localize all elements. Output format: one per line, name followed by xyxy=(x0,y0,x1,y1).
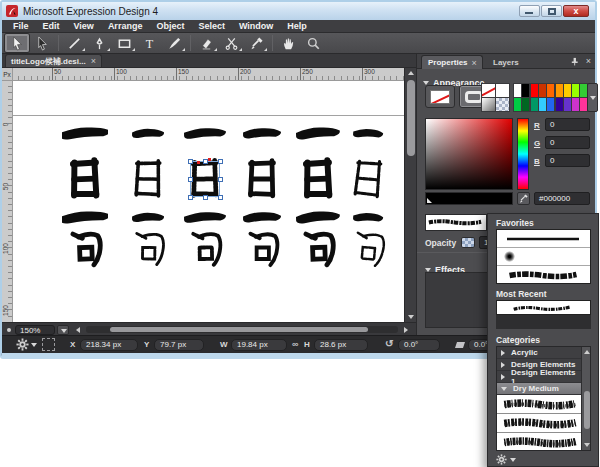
titlebar[interactable]: Microsoft Expression Design 4 x xyxy=(2,2,595,20)
selection-handle[interactable] xyxy=(188,177,193,182)
glyph-r3c4[interactable] xyxy=(295,226,341,272)
gear-icon[interactable] xyxy=(16,338,29,351)
horizontal-scrollbar[interactable] xyxy=(86,326,398,333)
swatch-transparent[interactable] xyxy=(495,97,510,112)
zoom-dropdown-button[interactable] xyxy=(57,325,69,335)
rotate-icon[interactable]: ↺ xyxy=(385,338,393,350)
selection-handle[interactable] xyxy=(218,159,223,164)
swatch-white[interactable] xyxy=(495,83,510,98)
hue-slider[interactable] xyxy=(517,118,529,190)
menu-object[interactable]: Object xyxy=(149,20,191,33)
menu-file[interactable]: File xyxy=(6,20,36,33)
swatch-gradient[interactable] xyxy=(481,97,496,112)
x-position-field[interactable]: 218.34 px xyxy=(80,339,138,351)
stroke-style-preview[interactable] xyxy=(425,214,487,231)
gear-dropdown-icon[interactable] xyxy=(31,343,37,347)
tab-layers[interactable]: Layers xyxy=(487,55,531,69)
selection-handle[interactable] xyxy=(188,159,193,164)
categories-scrollbar[interactable] xyxy=(581,347,590,450)
scroll-right-icon[interactable] xyxy=(404,327,408,333)
minimize-button[interactable] xyxy=(519,5,540,17)
rgb-value-field[interactable]: 0 xyxy=(545,154,590,167)
zoom-tool[interactable] xyxy=(301,34,325,52)
recent-brush-item[interactable] xyxy=(497,301,590,315)
favorite-brush-rough-stroke[interactable] xyxy=(497,266,590,284)
width-field[interactable]: 19.84 px xyxy=(231,339,287,351)
glyph-r3c1[interactable] xyxy=(125,226,171,272)
scroll-down-icon[interactable] xyxy=(408,315,414,319)
glyph-r0c4[interactable] xyxy=(295,112,341,158)
scroll-up-icon[interactable] xyxy=(408,71,414,75)
recent-brush-item-selected[interactable] xyxy=(496,315,591,329)
y-position-field[interactable]: 79.7 px xyxy=(154,339,204,351)
close-button[interactable]: x xyxy=(563,5,589,17)
menu-select[interactable]: Select xyxy=(191,20,232,33)
vertical-scroll-thumb[interactable] xyxy=(407,80,415,156)
category-design-elements-1[interactable]: Design Elements 1 xyxy=(497,371,582,383)
canvas[interactable] xyxy=(13,81,404,322)
height-field[interactable]: 28.6 px xyxy=(314,339,368,351)
tab-close-icon[interactable] xyxy=(472,59,477,67)
glyph-r0c3[interactable] xyxy=(239,112,285,158)
selection-handle[interactable] xyxy=(203,195,208,200)
dry-medium-brush-1[interactable] xyxy=(497,395,582,414)
chevron-right-icon[interactable] xyxy=(501,374,505,380)
link-dimensions-icon[interactable]: ∞ xyxy=(292,339,298,349)
chevron-right-icon[interactable] xyxy=(501,350,505,356)
tab-close-icon[interactable] xyxy=(91,57,96,65)
registration-point-icon[interactable] xyxy=(42,338,55,351)
selection-tool[interactable] xyxy=(5,34,29,52)
hex-color-field[interactable]: #000000 xyxy=(534,192,590,205)
favorite-brush-solid-line[interactable] xyxy=(497,230,590,248)
glyph-r0c0[interactable] xyxy=(62,112,108,158)
menu-window[interactable]: Window xyxy=(232,20,280,33)
dry-medium-brush-3[interactable] xyxy=(497,433,582,451)
glyph-r3c2[interactable] xyxy=(182,226,228,272)
palette-scroll-button[interactable] xyxy=(587,83,598,112)
saturation-picker[interactable] xyxy=(425,118,513,190)
menu-edit[interactable]: Edit xyxy=(36,20,67,33)
zoom-level-field[interactable]: 150% xyxy=(15,325,55,335)
panel-close-icon[interactable]: × xyxy=(586,56,591,66)
chevron-down-icon[interactable] xyxy=(501,387,507,391)
rgb-value-field[interactable]: 0 xyxy=(545,118,590,131)
fill-button[interactable] xyxy=(425,85,455,108)
favorite-brush-soft-dot[interactable] xyxy=(497,248,590,266)
eyedropper-button[interactable] xyxy=(517,192,530,205)
selection-handle[interactable] xyxy=(188,195,193,200)
pan-tool[interactable] xyxy=(276,34,300,52)
gallery-options-button[interactable] xyxy=(496,454,516,465)
maximize-button[interactable] xyxy=(541,5,562,17)
glyph-r3c5[interactable] xyxy=(345,226,391,272)
tab-properties[interactable]: Properties xyxy=(421,55,483,69)
paintbrush-tool[interactable] xyxy=(162,34,186,52)
category-dry-medium[interactable]: Dry Medium xyxy=(497,383,582,395)
rgb-value-field[interactable]: 0 xyxy=(545,136,590,149)
scroll-left-icon[interactable] xyxy=(76,327,80,333)
menu-view[interactable]: View xyxy=(67,20,101,33)
horizontal-scroll-thumb[interactable] xyxy=(110,327,368,332)
document-tab[interactable]: titleLogo候補.desi... xyxy=(5,54,102,67)
categories-scroll-thumb[interactable] xyxy=(584,391,590,429)
dry-medium-brush-2[interactable] xyxy=(497,414,582,433)
glyph-r3c0[interactable] xyxy=(62,226,108,272)
direct-selection-tool[interactable] xyxy=(30,34,54,52)
scroll-down-icon[interactable] xyxy=(584,443,590,447)
pen-tool[interactable] xyxy=(87,34,111,52)
vertical-scrollbar[interactable] xyxy=(404,68,416,322)
rectangle-tool[interactable] xyxy=(112,34,136,52)
eyedropper-tool[interactable] xyxy=(244,34,268,52)
eraser-tool[interactable] xyxy=(194,34,218,52)
opacity-icon[interactable] xyxy=(461,237,475,248)
scroll-up-icon[interactable] xyxy=(584,350,590,354)
chevron-right-icon[interactable] xyxy=(501,362,505,368)
selection-box[interactable] xyxy=(190,161,220,197)
menu-help[interactable]: Help xyxy=(280,20,314,33)
glyph-r3c3[interactable] xyxy=(239,226,285,272)
selection-handle[interactable] xyxy=(218,195,223,200)
swatch-none[interactable] xyxy=(481,83,496,98)
scissors-tool[interactable] xyxy=(219,34,243,52)
ruler-units[interactable]: Px xyxy=(2,68,13,81)
pin-icon[interactable] xyxy=(570,57,579,66)
category-acrylic[interactable]: Acrylic xyxy=(497,347,582,359)
